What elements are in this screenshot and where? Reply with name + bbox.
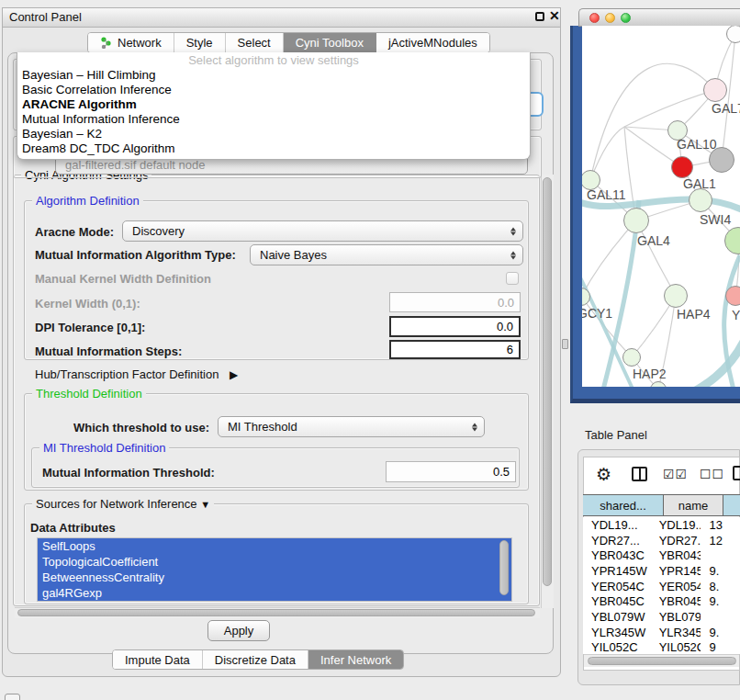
table-row[interactable]: YLR345WYLR345W9. [583,625,740,640]
table-cell: 8. [701,580,740,593]
data-attribute-item[interactable]: gal4RGexp [38,585,511,601]
table-row[interactable]: YBL079WYBL079W [583,609,740,625]
which-threshold-combo[interactable]: MI Threshold [218,416,485,437]
hub-definition-label: Hub/Transcription Factor Definition [35,367,219,381]
tab-select[interactable]: Select [226,33,284,52]
node-label: GAL11 [587,187,626,202]
table-cell: YBL079W [651,610,701,624]
algorithm-dropdown-list[interactable]: Select algorithm to view settings Bayesi… [17,52,531,160]
dpi-tolerance-input[interactable]: 0.0 [389,316,521,337]
tab-jactivemnodules[interactable]: jActiveMNodules [376,33,489,52]
algorithm-option[interactable]: Mutual Information Inference [17,112,530,127]
network-window-titlebar[interactable] [578,8,740,27]
network-node[interactable] [726,26,740,43]
collapsed-panel-button[interactable] [5,694,20,700]
dpi-tolerance-label: DPI Tolerance [0,1]: [35,321,145,334]
split-columns-icon[interactable] [632,467,647,481]
mi-threshold-input[interactable]: 0.5 [386,461,516,482]
table-cell: 9. [701,594,740,608]
settings-scrollbar-thumb[interactable] [543,177,552,586]
mac-close-icon[interactable] [589,13,600,23]
network-node-hap2[interactable] [622,348,641,367]
tab-impute-data[interactable]: Impute Data [113,650,203,669]
settings-hscrollbar-thumb[interactable] [17,609,535,616]
tab-style-label: Style [186,36,213,50]
table-row[interactable]: YDL19...YDL19...13 [583,517,740,533]
tab-style[interactable]: Style [174,33,226,52]
node-label: GAL4 [637,233,670,248]
table-cell: YER054C [583,580,651,593]
mi-algorithm-type-combo[interactable]: Naive Bayes [250,244,523,265]
cyni-bottom-tabs: Impute Data Discretize Data Infer Networ… [112,649,404,670]
node-label: HAP4 [677,307,711,322]
mac-minimize-icon[interactable] [605,13,615,23]
network-canvas[interactable]: GAL7GAL10GAL1GAL11GAL4SWI4GCY1HAP4YHAP2 [582,26,740,387]
split-pane-grip[interactable] [562,339,568,349]
table-row[interactable]: YER054CYER054C8. [583,579,740,594]
combo-arrows-icon [510,227,516,235]
table-cell: 9. [701,564,740,578]
network-node-gal1[interactable] [689,188,712,212]
tab-network[interactable]: Network [88,33,174,52]
aracne-mode-value: Discovery [132,224,185,238]
gear-icon[interactable]: ⚙ [596,464,611,485]
network-node-hap4[interactable] [664,284,688,308]
table-cell: YPR145W [583,564,651,578]
table-rows[interactable]: YDL19...YDL19...13YDR27...YDR27...12YBR0… [583,517,740,654]
data-attributes-list[interactable]: SelfLoopsTopologicalCoefficientBetweenne… [37,537,512,602]
tab-discretize-data-label: Discretize Data [215,653,296,667]
network-node[interactable] [671,156,693,178]
table-column-header[interactable]: A [723,495,740,515]
algorithm-option[interactable]: Dream8 DC_TDC Algorithm [17,141,530,156]
aracne-mode-combo[interactable]: Discovery [122,220,523,242]
tab-discretize-data[interactable]: Discretize Data [203,650,308,669]
node-label: Y [732,308,740,322]
expanded-arrow-icon: ▼ [200,499,210,510]
algorithm-option[interactable]: Basic Correlation Inference [17,83,530,97]
kernel-width-label: Kernel Width (0,1): [35,297,140,310]
manual-kernel-width-checkbox[interactable] [506,272,519,285]
algorithm-option[interactable]: ARACNE Algorithm [17,97,530,112]
mi-steps-input[interactable]: 6 [389,340,521,359]
table-column-header[interactable]: name [664,495,723,515]
network-node-gal7[interactable] [703,78,727,102]
apply-button[interactable]: Apply [207,620,270,641]
sources-group-title: Sources for Network Inference [36,497,197,511]
mac-zoom-icon[interactable] [621,13,631,23]
mi-algorithm-type-label: Mutual Information Algorithm Type: [35,248,236,262]
tab-infer-network[interactable]: Infer Network [308,650,403,669]
clipped-toolbar-icon[interactable] [733,466,740,480]
kernel-width-input[interactable]: 0.0 [389,292,521,312]
table-header-row[interactable]: shared...nameA [583,494,740,516]
table-column-header[interactable]: shared... [583,495,664,515]
table-row[interactable]: YPR145WYPR145W9. [583,563,740,579]
checked-columns-icon[interactable]: ☑☑ [663,467,688,481]
float-window-icon[interactable] [535,12,544,21]
unchecked-columns-icon[interactable]: ☐☐ [700,467,724,481]
node-label: SWI4 [700,212,731,227]
table-row[interactable]: YIL052CYIL052C9 [583,640,740,655]
network-node-y[interactable] [725,286,740,306]
network-node[interactable] [709,147,734,173]
desktop: Control Panel ✕ Network Style Select Cyn… [0,0,740,700]
which-threshold-label: Which threshold to use: [73,421,209,435]
tab-cyni-toolbox[interactable]: Cyni Toolbox [284,33,376,52]
algorithm-option[interactable]: Bayesian – Hill Climbing [17,68,530,83]
table-row[interactable]: YBR043CYBR043C [583,548,740,563]
data-attribute-item[interactable]: TopologicalCoefficient [38,554,511,570]
control-panel-tabs: Network Style Select Cyni Toolbox jActiv… [87,32,490,53]
table-row[interactable]: YBR045CYBR045C9. [583,593,740,609]
tab-infer-network-label: Infer Network [320,653,391,667]
control-panel-titlebar[interactable] [2,7,561,28]
algorithm-option[interactable]: Bayesian – K2 [17,127,530,141]
table-cell: YDR27... [583,534,651,548]
table-row[interactable]: YDR27...YDR27...12 [583,533,740,548]
sources-group-title-wrap[interactable]: Sources for Network Inference ▼ [32,497,214,511]
data-attribute-item[interactable]: SelfLoops [38,538,511,554]
close-icon[interactable]: ✕ [549,8,560,23]
attributes-scrollbar-thumb[interactable] [499,540,509,595]
table-hscrollbar-thumb[interactable] [588,657,736,665]
hub-definition-toggle[interactable]: Hub/Transcription Factor Definition ▶ [35,367,238,381]
data-attribute-item[interactable]: BetweennessCentrality [38,570,511,585]
network-node-gal4[interactable] [623,208,649,233]
